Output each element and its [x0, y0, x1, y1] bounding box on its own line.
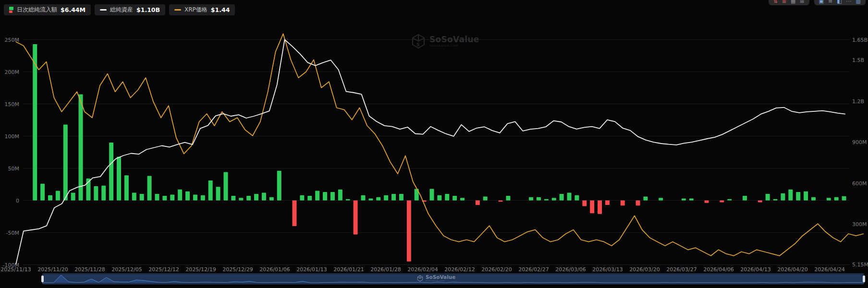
line-swatch-icon: [100, 9, 107, 11]
menu-icon[interactable]: ≡: [828, 0, 832, 5]
legend-value: $1.44: [211, 6, 230, 13]
sosovalue-logo-icon: S: [411, 34, 426, 49]
plot-area[interactable]: [23, 34, 850, 266]
x-axis-label: 2026/03/27: [666, 266, 697, 273]
top-toolbar: ⇅≣▦⊞▣≡◧⋯▥: [769, 0, 866, 5]
right-axis-label: 300M: [852, 221, 867, 228]
x-axis-label: 2026/01/21: [333, 266, 364, 273]
x-axis-label: 2026/03/20: [629, 266, 660, 273]
x-axis-label: 2026/04/06: [703, 266, 734, 273]
x-axis-label: 2026/02/12: [444, 266, 475, 273]
left-axis-label: 200M: [5, 69, 20, 75]
bar-pair-icon: [9, 7, 13, 13]
right-axis-label: 900M: [852, 139, 867, 145]
more-icon[interactable]: ⋯: [846, 0, 852, 5]
right-axis-label: 1.2B: [852, 98, 864, 105]
x-axis-label: 2025/12/12: [148, 266, 179, 273]
right-axis-label: 1.5B: [852, 57, 864, 63]
chart-legend: 日次総純流入額 $6.44M 総純資産 $1.10B XRP価格 $1.44: [4, 4, 235, 15]
left-axis-label: -50M: [6, 230, 19, 236]
table-icon[interactable]: ▥: [856, 0, 861, 5]
x-axis-label: 2026/04/20: [777, 266, 807, 273]
panel-icon[interactable]: ▣: [819, 0, 824, 5]
right-axis-label: 600M: [852, 180, 867, 187]
minimap-watermark: SoSoValue sosovalue.com: [417, 275, 455, 282]
right-axis-label: 5.15M: [852, 262, 868, 268]
xrp-etf-flow-chart: 日次総純流入額 $6.44M 総純資産 $1.10B XRP価格 $1.44 ⇅…: [0, 0, 868, 288]
minimap-watermark-brand: SoSoValue: [426, 275, 455, 279]
x-axis-label: 2026/02/20: [481, 266, 512, 273]
minimap-handle-right[interactable]: [863, 276, 865, 282]
split-icon[interactable]: ◧: [837, 0, 842, 5]
legend-item-total-net-assets[interactable]: 総純資産 $1.10B: [95, 4, 165, 15]
legend-item-xrp-price[interactable]: XRP価格 $1.44: [169, 4, 235, 15]
sort-icon[interactable]: ⇅: [773, 0, 778, 5]
expand-icon[interactable]: ⊞: [800, 0, 804, 5]
x-axis-label: 2026/02/27: [518, 266, 549, 273]
x-axis-label: 2026/03/13: [592, 266, 623, 273]
minimap-handle-left[interactable]: [41, 276, 44, 282]
green-bar-swatch: [9, 7, 13, 10]
watermark-brand: SoSoValue: [429, 36, 479, 44]
x-axis-label: 2025/11/20: [37, 266, 68, 273]
grid-icon[interactable]: ▦: [791, 0, 795, 5]
watermark: S SoSoValue sosovalue.com: [411, 34, 479, 49]
legend-item-daily-net-inflow[interactable]: 日次総純流入額 $6.44M: [4, 4, 91, 15]
sosovalue-logo-icon: [417, 275, 423, 282]
x-axis-label: 2025/12/29: [222, 266, 253, 273]
x-axis-label: 2025/12/19: [185, 266, 216, 273]
legend-label: XRP価格: [184, 6, 208, 14]
toolbar-group-2: ▣≡◧⋯▥: [814, 0, 866, 5]
left-axis-label: 100M: [5, 133, 20, 140]
right-axis-label: 1.65B: [852, 37, 868, 43]
red-bar-swatch: [9, 11, 12, 13]
x-axis-label: 2026/01/28: [370, 266, 401, 273]
x-axis-label: 2025/11/13: [0, 266, 31, 273]
x-axis-label: 2026/02/04: [407, 266, 438, 273]
legend-label: 総純資産: [110, 6, 133, 14]
x-axis-label: 2026/01/06: [259, 266, 290, 273]
x-axis-label: 2026/04/13: [740, 266, 770, 273]
x-axis-label: 2025/11/28: [74, 266, 105, 273]
svg-text:S: S: [416, 42, 419, 47]
toolbar-group-1: ⇅≣▦⊞: [769, 0, 809, 5]
x-axis-label: 2026/04/24: [814, 266, 844, 273]
left-axis-label: 50M: [8, 166, 20, 172]
x-axis-label: 2025/12/05: [111, 266, 142, 273]
x-axis-label: 2026/03/06: [555, 266, 586, 273]
x-axis-label: 2026/01/13: [296, 266, 327, 273]
line-swatch-icon: [174, 9, 181, 11]
watermark-subtext: sosovalue.com: [429, 44, 479, 48]
left-axis-label: 150M: [5, 101, 20, 108]
legend-value: $1.10B: [136, 6, 160, 13]
left-axis-label: 0: [16, 198, 19, 204]
legend-value: $6.44M: [61, 6, 86, 13]
list-icon[interactable]: ≣: [782, 0, 786, 5]
legend-label: 日次総純流入額: [17, 6, 57, 14]
